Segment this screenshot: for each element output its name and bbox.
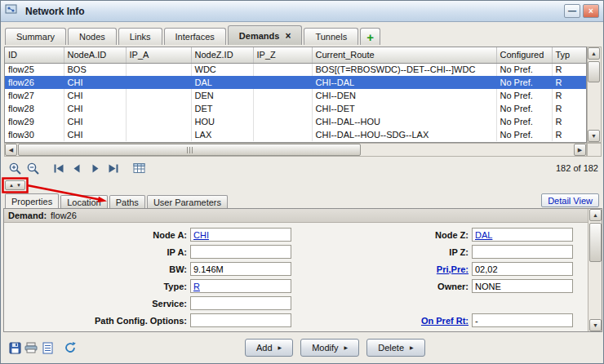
demand-header-value: flow26 — [51, 211, 77, 220]
field-value-box[interactable]: 9.146M — [190, 262, 291, 276]
report-button[interactable] — [39, 340, 56, 356]
previous-record-button[interactable] — [68, 160, 86, 177]
tab-links[interactable]: Links — [118, 28, 162, 45]
delete-button[interactable]: Delete▶ — [366, 339, 424, 357]
field-value[interactable]: CHI — [193, 230, 209, 240]
column-header-nodez.id[interactable]: NodeZ.ID — [191, 47, 253, 63]
table-horizontal-scrollbar[interactable]: ◀ ▶ — [4, 143, 587, 157]
detail-tab-properties[interactable]: Properties — [5, 193, 59, 208]
table-vertical-scrollbar[interactable]: ▲ ▼ — [587, 47, 602, 143]
scroll-up-button[interactable]: ▲ — [588, 47, 600, 60]
titlebar[interactable]: Network Info — × — [1, 1, 603, 22]
table-row[interactable]: flow28CHIDETCHI--DETNo Pref.R — [5, 102, 587, 115]
table-cell: R — [552, 102, 587, 115]
form-row: Path Config. Options:On Pref Rt:- — [4, 312, 587, 329]
column-header-id[interactable]: ID — [5, 47, 64, 63]
tab-demands[interactable]: Demands× — [228, 25, 303, 45]
table-cell — [126, 102, 191, 115]
field-value-box[interactable] — [190, 245, 291, 259]
field-value-box[interactable]: R — [190, 279, 291, 293]
zoom-in-icon — [8, 162, 22, 175]
save-button[interactable] — [7, 340, 23, 356]
table-cell: DAL — [191, 76, 253, 89]
tab-interfaces[interactable]: Interfaces — [164, 28, 226, 45]
tab-label: Nodes — [79, 32, 105, 42]
panel-scroll-up-button[interactable]: ▲ — [589, 209, 602, 221]
pane-collapse-control[interactable]: ▲ ▼ — [5, 180, 25, 190]
field-label: Owner: — [295, 282, 469, 291]
column-header-configured[interactable]: Configured — [496, 47, 552, 63]
table-cell: R — [552, 89, 587, 102]
field-value-box[interactable]: NONE — [472, 279, 573, 293]
table-cell — [253, 63, 312, 76]
menu-arrow-icon: ▶ — [410, 345, 414, 350]
field-label: IP Z: — [295, 247, 469, 257]
field-value-box[interactable] — [472, 245, 573, 259]
field-value-box[interactable]: DAL — [472, 228, 573, 242]
table-cell: DEN — [191, 89, 253, 102]
panel-scroll-down-icon: ▼ — [593, 322, 598, 328]
panel-scroll-down-button[interactable]: ▼ — [589, 319, 602, 331]
print-button[interactable] — [23, 340, 39, 356]
detail-tab-paths[interactable]: Paths — [109, 195, 145, 208]
close-button[interactable]: × — [583, 4, 599, 18]
scroll-right-button[interactable]: ▶ — [574, 144, 586, 156]
panel-vertical-scrollbar[interactable]: ▲ ▼ — [588, 209, 602, 331]
zoom-in-button[interactable] — [6, 160, 24, 177]
table-cell: CHI--DEN — [312, 89, 496, 102]
table-cell — [253, 115, 312, 128]
report-table-button[interactable] — [130, 160, 148, 177]
minimize-button[interactable]: — — [564, 4, 580, 18]
scroll-left-button[interactable]: ◀ — [5, 144, 17, 156]
table-row[interactable]: flow29CHIHOUCHI--DAL--HOUNo Pref.R — [5, 115, 587, 128]
first-record-button[interactable] — [50, 160, 68, 177]
zoom-out-button[interactable] — [24, 160, 42, 177]
detail-view-button[interactable]: Detail View — [541, 193, 599, 207]
detail-tab-location[interactable]: Location — [60, 195, 108, 208]
form-row: BW:9.146MPri,Pre:02,02 — [4, 260, 587, 277]
tab-close-icon[interactable]: × — [285, 30, 291, 42]
column-header-nodea.id[interactable]: NodeA.ID — [64, 47, 126, 63]
column-header-ip_z[interactable]: IP_Z — [253, 47, 312, 63]
field-label[interactable]: Pri,Pre: — [295, 264, 469, 274]
table-cell: No Pref. — [496, 102, 552, 115]
refresh-button[interactable] — [62, 340, 78, 356]
demand-header: Demand: flow26 — [4, 209, 602, 223]
table-cell: CHI--DAL--HOU — [312, 115, 496, 128]
scroll-down-button[interactable]: ▼ — [588, 130, 600, 142]
table-cell: No Pref. — [496, 63, 552, 76]
table-row[interactable]: flow26CHIDALCHI--DALNo Pref.R — [5, 76, 587, 89]
table-cell: flow27 — [5, 89, 64, 102]
tab-tunnels[interactable]: Tunnels — [304, 28, 358, 45]
field-value-box[interactable]: 02,02 — [472, 262, 573, 276]
column-header-current_route[interactable]: Current_Route — [312, 47, 496, 63]
add-tab-button[interactable]: + — [360, 28, 380, 45]
modify-button[interactable]: Modify▶ — [300, 339, 359, 357]
column-header-typ[interactable]: Typ — [552, 47, 587, 63]
detail-tab-bar: PropertiesLocationPathsUser ParametersDe… — [5, 193, 599, 208]
field-value-box[interactable] — [190, 296, 291, 310]
last-record-button[interactable] — [104, 160, 122, 177]
add-button[interactable]: Add▶ — [245, 339, 293, 357]
table-cell: CHI — [64, 89, 126, 102]
field-label[interactable]: On Pref Rt: — [295, 316, 469, 326]
horizontal-scroll-thumb[interactable] — [18, 144, 361, 156]
table-row[interactable]: flow25BOSWDCBOS[(T=RBOSWDC)--DET--CHI--]… — [5, 63, 587, 76]
vertical-scroll-thumb[interactable] — [588, 61, 600, 82]
detail-tab-user-parameters[interactable]: User Parameters — [147, 195, 228, 208]
field-value-box[interactable]: CHI — [190, 228, 291, 242]
table-cell: No Pref. — [496, 76, 552, 89]
record-count: 182 of 182 — [556, 163, 598, 173]
field-value-box[interactable]: - — [472, 313, 573, 327]
field-value-box[interactable] — [190, 313, 291, 327]
table-row[interactable]: flow27CHIDENCHI--DENNo Pref.R — [5, 89, 587, 102]
next-record-button[interactable] — [86, 160, 104, 177]
table-row[interactable]: flow30CHILAXCHI--DAL--HOU--SDG--LAXNo Pr… — [5, 128, 587, 141]
field-value[interactable]: R — [193, 282, 200, 291]
field-value[interactable]: DAL — [475, 230, 492, 240]
tab-nodes[interactable]: Nodes — [68, 28, 117, 45]
tab-summary[interactable]: Summary — [5, 28, 66, 45]
column-header-ip_a[interactable]: IP_A — [126, 47, 191, 63]
panel-scroll-thumb[interactable] — [589, 223, 602, 262]
tab-label: Demands — [239, 31, 280, 41]
